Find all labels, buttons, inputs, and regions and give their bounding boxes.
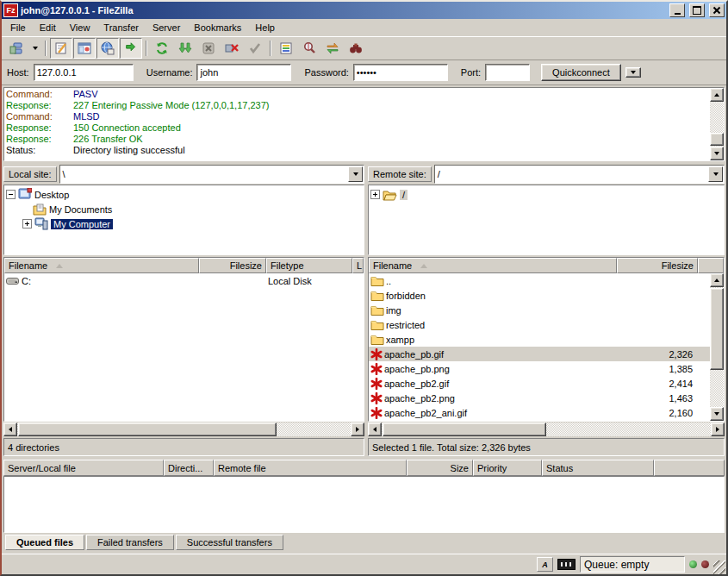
scroll-right-button[interactable] [351,423,364,436]
port-input[interactable] [485,64,530,81]
remote-file-row[interactable]: img [369,303,710,317]
site-manager-icon [9,41,23,55]
remote-file-row[interactable]: apache_pb.png 1,385 [369,361,710,376]
scroll-right-button[interactable] [711,423,725,436]
menu-bookmarks[interactable]: Bookmarks [187,20,248,35]
column-header-filesize[interactable]: Filesize [199,258,266,273]
remote-file-row[interactable]: apache_pb2.gif 2,414 [369,376,710,391]
filter-button[interactable] [275,38,297,59]
reconnect-button[interactable] [244,38,266,59]
remote-file-row[interactable]: apache_pb2_ani.gif 2,160 [369,405,710,420]
maximize-button[interactable] [689,3,705,17]
tree-item-root[interactable]: / [370,187,722,202]
tree-item-my-computer[interactable]: My Computer [6,216,362,231]
column-header-lastmodified[interactable]: L [352,258,364,273]
menu-transfer[interactable]: Transfer [96,20,146,35]
scroll-up-button[interactable] [710,273,724,287]
column-header-size[interactable]: Size [407,460,473,476]
column-header-remote-file[interactable]: Remote file [214,460,407,476]
tab-queued-files[interactable]: Queued files [5,535,84,550]
log-line: Response:226 Transfer OK [6,134,706,145]
tab-failed-transfers[interactable]: Failed transfers [86,535,174,550]
tree-item-desktop[interactable]: Desktop [6,187,362,202]
local-horizontal-scrollbar[interactable] [3,423,364,436]
local-site-combo[interactable]: \ [59,165,364,184]
log-scrollbar[interactable] [710,88,724,160]
refresh-button[interactable] [151,38,173,59]
remote-file-row-selected[interactable]: apache_pb.gif 2,326 [369,347,710,361]
site-manager-dropdown[interactable] [28,38,41,59]
speed-limit-icon[interactable] [557,559,576,570]
scroll-thumb[interactable] [18,423,277,436]
file-size: 1,463 [617,393,698,404]
column-header-priority[interactable]: Priority [473,460,542,476]
transfer-type-indicator-icon[interactable]: A [537,557,553,572]
scroll-thumb[interactable] [710,133,724,146]
quickconnect-bar: Host: Username: Password: Port: Quickcon… [2,60,726,85]
scroll-left-button[interactable] [3,423,17,436]
find-files-button[interactable] [345,38,367,59]
scroll-thumb[interactable] [383,423,546,436]
scroll-down-button[interactable] [710,407,724,421]
column-header-status[interactable]: Status [542,460,654,476]
arrow-up-icon [714,93,719,97]
menu-edit[interactable]: Edit [33,20,63,35]
remote-file-row[interactable]: xampp [369,332,710,347]
log-line: Command:PASV [6,89,706,100]
expand-icon[interactable] [22,219,32,229]
remote-horizontal-scrollbar[interactable] [368,423,725,436]
quickconnect-dropdown[interactable] [625,67,641,78]
arrow-right-icon [716,427,719,432]
expand-icon[interactable] [370,190,380,199]
column-header-server-local-file[interactable]: Server/Local file [3,460,164,476]
quickconnect-button[interactable]: Quickconnect [541,64,621,81]
tab-successful-transfers[interactable]: Successful transfers [176,535,283,550]
file-name: apache_pb.gif [384,349,444,360]
folder-icon [370,334,384,345]
remote-site-combo[interactable]: / [434,165,725,184]
resize-grip[interactable] [713,560,725,574]
menu-help[interactable]: Help [248,20,282,35]
remote-vertical-scrollbar[interactable] [710,273,724,421]
minimize-button[interactable] [669,3,685,17]
column-header-filename[interactable]: Filename [4,258,199,273]
scroll-up-button[interactable] [710,88,724,102]
image-file-icon [370,378,383,390]
cancel-button[interactable] [197,38,220,59]
arrow-up-icon [714,279,719,282]
remote-file-row[interactable]: forbidden [369,288,710,303]
remote-file-row[interactable]: apache_pb2.png 1,463 [369,391,710,405]
menu-file[interactable]: File [3,20,33,35]
tree-item-my-documents[interactable]: My Documents [6,202,362,216]
column-header-filesize[interactable]: Filesize [617,258,698,273]
disconnect-button[interactable] [221,38,243,59]
file-name: apache_pb.png [384,364,450,374]
password-input[interactable] [353,64,448,81]
tree-item-label: My Computer [51,219,113,229]
collapse-icon[interactable] [6,190,16,199]
remote-site-dropdown[interactable] [708,166,723,182]
toggle-message-log-button[interactable] [50,38,72,59]
remote-file-row[interactable]: restricted [369,317,710,332]
toggle-transfer-queue-button[interactable] [120,38,142,59]
menu-server[interactable]: Server [146,20,187,35]
local-file-row[interactable]: C: Local Disk [4,273,364,288]
scroll-down-button[interactable] [710,147,724,160]
toggle-local-tree-button[interactable] [73,38,96,59]
column-header-filename[interactable]: Filename [369,258,617,273]
remote-file-row[interactable]: .. [369,273,710,288]
column-header-direction[interactable]: Directi... [164,460,214,476]
local-site-dropdown[interactable] [348,166,363,182]
site-manager-button[interactable] [5,38,28,59]
menu-view[interactable]: View [63,20,97,35]
scroll-thumb[interactable] [710,288,724,370]
toggle-remote-tree-button[interactable] [96,38,119,59]
username-input[interactable] [196,64,291,81]
host-input[interactable] [34,64,134,81]
synchronized-browsing-button[interactable] [321,38,344,59]
scroll-left-button[interactable] [368,423,382,436]
column-header-filetype[interactable]: Filetype [266,258,352,273]
process-queue-button[interactable] [174,38,196,59]
close-button[interactable] [709,3,725,17]
directory-comparison-button[interactable] [298,38,320,59]
